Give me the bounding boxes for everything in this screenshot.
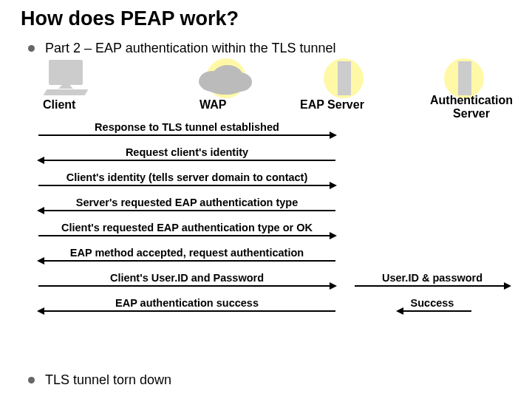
msg-text: Server's requested EAP authentication ty…	[38, 197, 335, 208]
keyboard-icon	[44, 89, 89, 95]
arrow-right-icon	[38, 134, 335, 136]
arrow-left-icon	[38, 310, 335, 312]
msg-row: Client's User.ID and Password User.ID & …	[21, 272, 511, 297]
msg-text: User.ID & password	[355, 272, 510, 284]
actor-wap-label: WAP	[200, 98, 226, 112]
arrow-left-icon	[398, 310, 471, 312]
msg-row: Request client's identity	[21, 146, 511, 171]
msg-text: Request client's identity	[38, 146, 335, 158]
actor-client-label: Client	[43, 98, 75, 112]
footer-text: TLS tunnel torn down	[45, 372, 171, 388]
msg-text: Client's identity (tells server domain t…	[38, 171, 335, 183]
message-rows: Response to TLS tunnel established Reque…	[21, 121, 511, 322]
msg-row: Response to TLS tunnel established	[21, 121, 511, 146]
actor-auth-label: Authentication Server	[420, 94, 523, 120]
server-icon	[338, 61, 351, 95]
msg-text: EAP authentication success	[38, 297, 335, 309]
msg-row: EAP method accepted, request authenticat…	[21, 247, 511, 272]
arrow-right-icon	[38, 185, 335, 186]
arrow-left-icon	[38, 260, 335, 262]
bullet-icon	[28, 45, 35, 52]
subtitle-text: Part 2 – EAP authentication within the T…	[45, 41, 336, 56]
arrow-right-icon	[38, 285, 335, 287]
actors-row: Client WAP EAP Server Authentication Ser…	[21, 60, 511, 115]
msg-row: Client's identity (tells server domain t…	[21, 171, 511, 197]
msg-row: EAP authentication success Success	[21, 297, 511, 322]
msg-text: Client's requested EAP authentication ty…	[38, 222, 335, 233]
msg-text: EAP method accepted, request authenticat…	[38, 247, 335, 259]
slide: How does PEAP work? Part 2 – EAP authent…	[0, 0, 532, 399]
bullet-icon	[28, 377, 35, 383]
server-icon	[458, 61, 471, 95]
monitor-icon	[49, 60, 83, 85]
arrow-left-icon	[38, 210, 335, 211]
msg-text: Response to TLS tunnel established	[38, 121, 335, 133]
slide-title: How does PEAP work?	[21, 7, 511, 30]
msg-row: Server's requested EAP authentication ty…	[21, 197, 511, 222]
footer-bullet: TLS tunnel torn down	[28, 372, 171, 388]
arrow-left-icon	[38, 160, 335, 161]
cloud-icon	[199, 64, 252, 93]
subtitle-bullet: Part 2 – EAP authentication within the T…	[28, 41, 511, 56]
arrow-right-icon	[355, 285, 510, 287]
arrow-right-icon	[38, 235, 335, 236]
actor-eap-label: EAP Server	[300, 98, 364, 112]
msg-row: Client's requested EAP authentication ty…	[21, 222, 511, 247]
msg-text: Client's User.ID and Password	[38, 272, 335, 284]
